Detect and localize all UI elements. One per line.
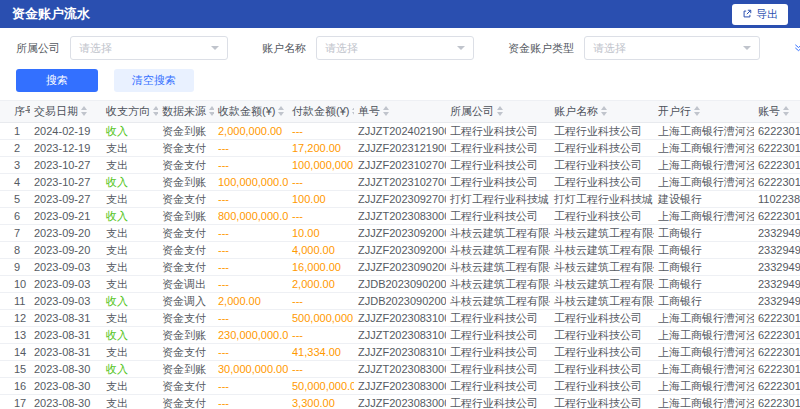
column-header[interactable]: 所属公司 xyxy=(446,101,550,123)
table-row[interactable]: 42023-10-27收入资金到账100,000,000.00---ZJJZT2… xyxy=(0,174,800,191)
cell-date: 2023-09-03 xyxy=(30,259,102,276)
company-select[interactable]: 请选择 xyxy=(70,36,228,60)
sort-icon[interactable] xyxy=(153,106,158,116)
cell-bank: 上海工商银行漕河泾支行 xyxy=(654,310,754,327)
sort-icon[interactable] xyxy=(601,106,607,116)
cell-source: 资金到账 xyxy=(158,123,214,140)
cell-receipt-amount: 30,000,000.00 xyxy=(214,361,288,378)
cell-order-no: ZJJZF20230920001 xyxy=(354,242,446,259)
cell-payment-amount: --- xyxy=(288,174,354,191)
cell-date: 2023-08-31 xyxy=(30,310,102,327)
column-header[interactable]: 收支方向 xyxy=(102,101,158,123)
cell-company: 工程行业科技公司 xyxy=(446,140,550,157)
sort-icon[interactable] xyxy=(497,106,503,116)
filter-account-name-label: 账户名称 xyxy=(262,41,306,56)
account-name-select-placeholder: 请选择 xyxy=(325,41,358,56)
search-button[interactable]: 搜索 xyxy=(16,69,98,92)
cell-receipt-amount: --- xyxy=(214,242,288,259)
table-row[interactable]: 172023-08-30支出资金支付---3,300.00ZJJZF202308… xyxy=(0,395,800,409)
column-header[interactable]: 单号 xyxy=(354,101,446,123)
column-header[interactable]: 付款金额(¥) xyxy=(288,101,354,123)
cell-company: 斗枝云建筑工程有限公司 xyxy=(446,259,550,276)
cell-source: 资金支付 xyxy=(158,395,214,409)
table-row[interactable]: 102023-09-03支出资金调出---2,000.00ZJDB2023090… xyxy=(0,276,800,293)
sort-icon[interactable] xyxy=(783,106,789,116)
table-row[interactable]: 72023-09-20支出资金支付---10.00ZJJZF2023092000… xyxy=(0,225,800,242)
cell-company: 工程行业科技公司 xyxy=(446,327,550,344)
column-header[interactable]: 开户行 xyxy=(654,101,754,123)
table-row[interactable]: 52023-09-27支出资金支付---100.00ZJJZF202309270… xyxy=(0,191,800,208)
column-header[interactable]: 账号 xyxy=(754,101,800,123)
column-label: 付款金额(¥) xyxy=(292,105,349,117)
sort-icon[interactable] xyxy=(209,106,214,116)
cell-account-no: 62223011 xyxy=(754,140,800,157)
sort-icon[interactable] xyxy=(383,106,389,116)
cell-account-no: 62223011 xyxy=(754,123,800,140)
cell-no: 6 xyxy=(0,208,30,225)
account-type-select[interactable]: 请选择 xyxy=(584,36,760,60)
cell-receipt-amount: 2,000.00 xyxy=(214,293,288,310)
expand-filters-link[interactable]: 展开筛选 xyxy=(794,41,800,56)
table-row[interactable]: 82023-09-20支出资金支付---4,000.00ZJJZF2023092… xyxy=(0,242,800,259)
cell-no: 16 xyxy=(0,378,30,395)
table-row[interactable]: 22023-12-19支出资金支付---17,200.00ZJJZF202312… xyxy=(0,140,800,157)
cell-order-no: ZJJZF20231027001 xyxy=(354,157,446,174)
cell-account-no: 23329499 xyxy=(754,242,800,259)
clear-search-button[interactable]: 清空搜索 xyxy=(114,69,194,92)
cell-account-name: 工程行业科技公司 xyxy=(550,123,654,140)
cell-date: 2023-08-31 xyxy=(30,327,102,344)
table-row[interactable]: 12024-02-19收入资金到账2,000,000.00---ZJJZT202… xyxy=(0,123,800,140)
cell-account-no: 62223011 xyxy=(754,378,800,395)
account-name-select[interactable]: 请选择 xyxy=(316,36,474,60)
cell-date: 2023-09-21 xyxy=(30,208,102,225)
cell-receipt-amount: --- xyxy=(214,191,288,208)
cell-company: 斗枝云建筑工程有限公司 xyxy=(446,276,550,293)
cell-account-name: 工程行业科技公司 xyxy=(550,140,654,157)
sort-icon[interactable] xyxy=(694,106,700,116)
cell-source: 资金到账 xyxy=(158,208,214,225)
column-header[interactable]: 账户名称 xyxy=(550,101,654,123)
cell-payment-amount: 17,200.00 xyxy=(288,140,354,157)
column-header[interactable]: 交易日期 xyxy=(30,101,102,123)
cell-date: 2023-09-03 xyxy=(30,276,102,293)
sort-icon[interactable] xyxy=(81,106,87,116)
column-header: 序号 xyxy=(0,101,30,123)
table-row[interactable]: 62023-09-21收入资金到账800,000,000.00---ZJJZT2… xyxy=(0,208,800,225)
cell-payment-amount: 41,334.00 xyxy=(288,344,354,361)
column-label: 数据来源 xyxy=(162,105,206,117)
table-row[interactable]: 142023-08-31支出资金支付---41,334.00ZJJZF20230… xyxy=(0,344,800,361)
table-row[interactable]: 132023-08-31收入资金到账230,000,000.00---ZJJZT… xyxy=(0,327,800,344)
cell-receipt-amount: --- xyxy=(214,344,288,361)
filter-bar: 所属公司 请选择 账户名称 请选择 资金账户类型 请选择 展开筛选 xyxy=(0,28,800,60)
column-label: 单号 xyxy=(358,105,380,117)
action-bar: 搜索 清空搜索 xyxy=(0,60,800,100)
sort-icon[interactable] xyxy=(352,106,354,116)
table-row[interactable]: 32023-10-27支出资金支付---100,000,000.00ZJJZF2… xyxy=(0,157,800,174)
cell-account-no: 62223011 xyxy=(754,327,800,344)
expand-filters-icon xyxy=(794,42,800,54)
table-row[interactable]: 122023-08-31支出资金支付---500,000,000.00ZJJZF… xyxy=(0,310,800,327)
cell-company: 工程行业科技公司 xyxy=(446,310,550,327)
column-header[interactable]: 数据来源 xyxy=(158,101,214,123)
column-label: 序号 xyxy=(14,105,30,117)
cell-date: 2023-09-20 xyxy=(30,242,102,259)
cell-date: 2023-09-27 xyxy=(30,191,102,208)
export-button[interactable]: 导出 xyxy=(732,4,788,25)
column-label: 账号 xyxy=(758,105,780,117)
table-row[interactable]: 152023-08-30收入资金到账30,000,000.00---ZJJZT2… xyxy=(0,361,800,378)
cell-payment-amount: 3,300.00 xyxy=(288,395,354,409)
column-header[interactable]: 收款金额(¥) xyxy=(214,101,288,123)
cell-date: 2023-09-03 xyxy=(30,293,102,310)
cell-source: 资金支付 xyxy=(158,157,214,174)
cell-company: 工程行业科技公司 xyxy=(446,157,550,174)
cell-receipt-amount: 800,000,000.00 xyxy=(214,208,288,225)
cell-direction: 支出 xyxy=(102,242,158,259)
table-row[interactable]: 112023-09-03收入资金调入2,000.00---ZJDB2023090… xyxy=(0,293,800,310)
cell-no: 4 xyxy=(0,174,30,191)
cell-account-no: 62223011 xyxy=(754,395,800,409)
table-row[interactable]: 162023-08-30支出资金支付---50,000,000.00ZJJZF2… xyxy=(0,378,800,395)
cell-order-no: ZJJZF20231219001 xyxy=(354,140,446,157)
cell-company: 工程行业科技公司 xyxy=(446,344,550,361)
table-row[interactable]: 92023-09-03支出资金支付---16,000.00ZJJZF202309… xyxy=(0,259,800,276)
sort-icon[interactable] xyxy=(278,106,284,116)
